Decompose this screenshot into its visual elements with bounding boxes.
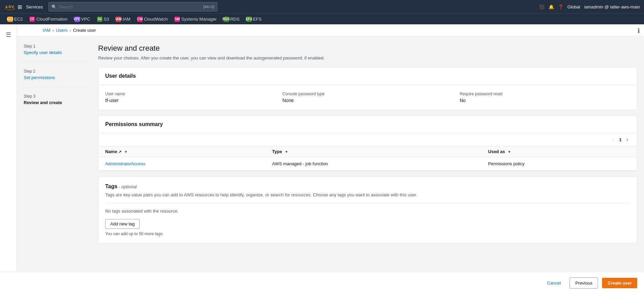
cancel-button[interactable]: Cancel <box>542 278 565 288</box>
cw-badge: CW <box>137 17 143 22</box>
user-details-header: User details <box>98 68 637 85</box>
console-password-field: Console password type None <box>282 92 453 103</box>
perm-name-cell: AdministratorAccess <box>98 157 266 171</box>
footer: Cancel Previous Create user <box>0 272 644 294</box>
permissions-header: Permissions summary <box>98 116 637 133</box>
step-1-name[interactable]: Specify user details <box>24 50 91 55</box>
page-description: Review your choices. After you create th… <box>98 55 637 60</box>
type-filter-icon[interactable]: ▼ <box>285 150 289 154</box>
vpc-label: VPC <box>81 17 90 22</box>
sidebar-menu-icon[interactable]: ☰ <box>3 28 14 41</box>
user-details-card: User details User name tf-user Console p… <box>98 67 637 110</box>
details-grid: User name tf-user Console password type … <box>105 92 630 103</box>
name-filter-icon[interactable]: ▼ <box>124 150 128 154</box>
perm-type-cell: AWS managed - job function <box>266 157 481 171</box>
perm-pagination: ‹ 1 › <box>98 133 637 146</box>
ec2-badge: EC2 <box>7 17 13 22</box>
service-iam[interactable]: IAM IAM <box>112 14 134 25</box>
tags-card: Tags - optional Tags are key-value pairs… <box>98 176 637 243</box>
breadcrumb-sep-2: › <box>69 28 71 33</box>
help-icon[interactable]: ❓ <box>558 4 564 9</box>
service-bar: EC2 EC2 CF CloudFormation VPC VPC S3 S3 … <box>0 14 644 24</box>
tags-title-row: Tags - optional <box>105 183 630 190</box>
breadcrumb-sep-1: › <box>52 28 54 33</box>
table-header-row: Name ↗ ▼ Type ▼ Used as ▼ <box>98 146 637 157</box>
step-1-label: Step 1 <box>24 44 91 49</box>
sm-label: Systems Manager <box>181 17 217 22</box>
info-icon[interactable]: ℹ <box>638 27 640 34</box>
name-link-icon: ↗ <box>118 150 121 154</box>
terminal-icon[interactable]: ⬛ <box>539 4 545 9</box>
breadcrumb-users[interactable]: Users <box>56 28 67 33</box>
service-cloudwatch[interactable]: CW CloudWatch <box>134 14 171 25</box>
service-rds[interactable]: RDS RDS <box>220 14 243 25</box>
step-1: Step 1 Specify user details <box>24 44 91 62</box>
sm-badge: SM <box>175 17 180 22</box>
step-3-name: Review and create <box>24 100 91 105</box>
search-icon: 🔍 <box>51 4 57 9</box>
efs-label: EFS <box>253 17 261 22</box>
step-2: Step 2 Set permissions <box>24 69 91 87</box>
user-menu[interactable]: iamadmin @ lalter-aws-main <box>584 4 640 9</box>
grid-icon[interactable]: ⊞ <box>18 4 22 10</box>
console-password-label: Console password type <box>282 92 453 96</box>
main-content: Step 1 Specify user details Step 2 Set p… <box>17 37 644 294</box>
used-as-filter-icon[interactable]: ▼ <box>508 150 511 154</box>
previous-button[interactable]: Previous <box>570 277 598 289</box>
require-reset-label: Require password reset <box>460 92 630 96</box>
top-nav: ⊞ Services 🔍 [Alt+S] ⬛ 🔔 ❓ Global iamadm… <box>0 0 644 14</box>
tags-body: Tags - optional Tags are key-value pairs… <box>98 177 637 243</box>
sidebar: ☰ <box>0 24 17 294</box>
service-ec2[interactable]: EC2 EC2 <box>4 14 26 25</box>
permissions-card: Permissions summary ‹ 1 › Name ↗ ▼ <box>98 116 637 171</box>
perm-prev-btn[interactable]: ‹ <box>611 136 616 143</box>
service-vpc[interactable]: VPC VPC <box>71 14 94 25</box>
iam-label: IAM <box>122 17 130 22</box>
service-efs[interactable]: EFS EFS <box>243 14 265 25</box>
cw-label: CloudWatch <box>144 17 168 22</box>
tags-content: No tags associated with the resource. Ad… <box>105 203 630 236</box>
permissions-table: Name ↗ ▼ Type ▼ Used as ▼ <box>98 146 637 171</box>
tags-limit-text: You can add up to 50 more tags. <box>105 231 630 236</box>
page-title: Review and create <box>98 44 637 53</box>
steps-panel: Step 1 Specify user details Step 2 Set p… <box>24 44 91 267</box>
cf-label: CloudFormation <box>36 17 68 22</box>
console-password-value: None <box>282 98 453 103</box>
step-3: Step 3 Review and create <box>24 94 91 112</box>
breadcrumb-current: Create user <box>73 28 96 33</box>
layout: ☰ Step 1 Specify user details Step 2 Set… <box>0 24 644 294</box>
breadcrumb: IAM › Users › Create user <box>17 24 644 36</box>
service-systems-manager[interactable]: SM Systems Manager <box>171 14 220 25</box>
search-shortcut: [Alt+S] <box>203 5 214 9</box>
search-bar[interactable]: 🔍 [Alt+S] <box>48 2 217 11</box>
perm-next-btn[interactable]: › <box>624 136 630 143</box>
tags-description: Tags are key-value pairs you can add to … <box>105 192 630 197</box>
rds-label: RDS <box>230 17 239 22</box>
require-reset-field: Require password reset No <box>460 92 630 103</box>
add-tag-button[interactable]: Add new tag <box>105 219 140 229</box>
s3-label: S3 <box>104 17 109 22</box>
iam-badge: IAM <box>116 17 121 22</box>
breadcrumb-iam[interactable]: IAM <box>43 28 50 33</box>
user-name-value: tf-user <box>105 98 276 103</box>
step-2-name[interactable]: Set permissions <box>24 75 91 80</box>
search-input[interactable] <box>59 4 203 9</box>
region-selector[interactable]: Global <box>568 4 580 9</box>
table-row: AdministratorAccess AWS managed - job fu… <box>98 157 637 171</box>
perm-page-number: 1 <box>619 137 621 142</box>
services-nav[interactable]: Services <box>26 4 43 9</box>
create-user-button[interactable]: Create user <box>602 278 637 288</box>
rds-badge: RDS <box>224 17 229 22</box>
bell-icon[interactable]: 🔔 <box>549 4 554 9</box>
nav-right: ⬛ 🔔 ❓ Global iamadmin @ lalter-aws-main <box>539 4 640 9</box>
no-tags-message: No tags associated with the resource. <box>105 209 630 214</box>
service-s3[interactable]: S3 S3 <box>94 14 113 25</box>
perm-used-as-cell: Permissions policy <box>481 157 637 171</box>
step-2-label: Step 2 <box>24 69 91 74</box>
user-details-body: User name tf-user Console password type … <box>98 85 637 110</box>
user-name-label: User name <box>105 92 276 96</box>
service-cloudformation[interactable]: CF CloudFormation <box>26 14 71 25</box>
administrator-access-link[interactable]: AdministratorAccess <box>105 161 145 166</box>
ec2-label: EC2 <box>14 17 23 22</box>
col-name: Name ↗ ▼ <box>98 146 266 157</box>
